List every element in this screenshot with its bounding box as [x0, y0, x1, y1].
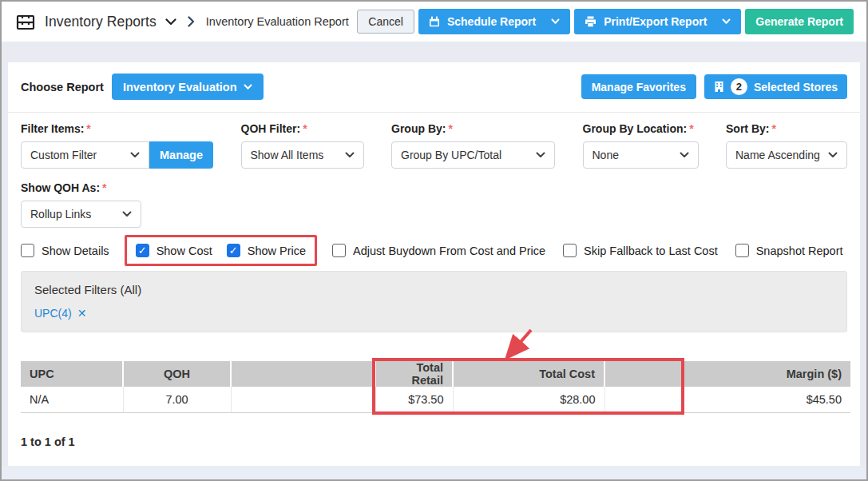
checkbox-icon — [563, 244, 577, 257]
store-building-icon — [714, 81, 724, 93]
results-table: UPC QOH Total Retail Total Cost Margin (… — [21, 361, 850, 413]
adjust-buydown-label: Adjust Buydown From Cost and Price — [353, 244, 545, 257]
schedule-report-button[interactable]: Schedule Report — [418, 9, 570, 34]
checkbox-icon — [332, 244, 346, 257]
chevron-down-icon — [536, 152, 545, 158]
breadcrumb: Inventory Reports Inventory Evaluation R… — [16, 14, 349, 30]
group-by-location-label: Group By Location: — [583, 122, 688, 135]
show-qoh-as-value: Rollup Links — [30, 208, 91, 221]
column-header-total-cost: Total Cost — [453, 361, 604, 387]
cell-upc: N/A — [21, 387, 123, 412]
qoh-filter-label: QOH Filter: — [241, 122, 301, 135]
cell-spacer — [604, 387, 683, 412]
show-details-checkbox[interactable]: Show Details — [21, 244, 109, 257]
remove-filter-icon[interactable]: ✕ — [77, 307, 87, 320]
filter-items-value: Custom Filter — [30, 149, 97, 161]
cell-total-cost: $28.00 — [453, 387, 604, 412]
sort-by-group: Sort By:* Name Ascending — [726, 122, 847, 169]
top-header-bar: Inventory Reports Inventory Evaluation R… — [2, 2, 866, 42]
header-actions: Cancel Schedule Report Print/Export Repo… — [357, 9, 854, 34]
chevron-down-icon — [244, 84, 252, 90]
chevron-down-icon — [345, 152, 355, 158]
chevron-down-icon[interactable] — [551, 18, 560, 25]
column-header-upc: UPC — [21, 361, 123, 387]
generate-report-button[interactable]: Generate Report — [745, 9, 854, 34]
adjust-buydown-checkbox[interactable]: Adjust Buydown From Cost and Price — [332, 244, 545, 257]
qoh-filter-group: QOH Filter:* Show All Items — [241, 122, 364, 169]
chevron-down-icon — [680, 152, 689, 158]
required-asterisk: * — [689, 122, 693, 135]
skip-fallback-label: Skip Fallback to Last Cost — [584, 244, 718, 257]
upc-filter-chip-link[interactable]: UPC(4) — [34, 307, 72, 320]
show-price-checkbox[interactable]: Show Price — [227, 244, 306, 257]
section-divider — [8, 112, 860, 113]
show-cost-label: Show Cost — [157, 244, 212, 257]
required-asterisk: * — [102, 181, 106, 194]
header-separator-strip — [2, 42, 866, 62]
required-asterisk: * — [303, 122, 307, 135]
selected-stores-button[interactable]: 2 Selected Stores — [704, 74, 847, 99]
calendar-icon — [429, 16, 440, 27]
checkbox-icon — [21, 244, 34, 257]
cell-total-retail: $73.50 — [375, 387, 453, 412]
snapshot-report-checkbox[interactable]: Snapshot Report — [735, 244, 843, 257]
selected-filters-title: Selected Filters (All) — [34, 283, 834, 296]
group-by-location-value: None — [593, 149, 619, 161]
filter-controls-row: Filter Items:* Custom Filter Manage QOH … — [21, 122, 847, 169]
choose-report-row: Choose Report Inventory Evaluation Manag… — [21, 74, 847, 100]
checkbox-checked-icon — [136, 244, 149, 257]
print-export-report-label: Print/Export Report — [604, 15, 707, 28]
chevron-down-icon — [130, 152, 140, 158]
qoh-filter-value: Show All Items — [251, 149, 324, 161]
show-qoh-as-select[interactable]: Rollup Links — [21, 201, 141, 228]
column-header-spacer — [231, 361, 375, 387]
table-header-row: UPC QOH Total Retail Total Cost Margin (… — [21, 361, 850, 387]
chevron-right-icon — [188, 16, 195, 27]
column-header-margin: Margin ($) — [683, 361, 850, 387]
selected-stores-count-badge: 2 — [731, 78, 747, 95]
group-by-group: Group By:* Group By UPC/Total — [391, 122, 555, 169]
annotation-box-cost-price: Show Cost Show Price — [125, 235, 317, 266]
report-type-dropdown[interactable]: Inventory Evaluation — [112, 74, 264, 100]
column-header-spacer — [604, 361, 683, 387]
sort-by-select[interactable]: Name Ascending — [726, 141, 847, 169]
checkbox-icon — [735, 244, 749, 257]
group-by-label: Group By: — [391, 122, 446, 135]
selected-stores-label: Selected Stores — [754, 81, 838, 93]
cell-margin: $45.50 — [683, 387, 850, 412]
cell-qoh: 7.00 — [123, 387, 231, 412]
column-header-qoh: QOH — [123, 361, 231, 387]
column-header-total-retail: Total Retail — [375, 361, 453, 387]
breadcrumb-current: Inventory Evaluation Report — [206, 15, 349, 28]
filter-items-select[interactable]: Custom Filter — [21, 141, 149, 169]
app-window: Inventory Reports Inventory Evaluation R… — [0, 0, 868, 481]
show-price-label: Show Price — [248, 244, 306, 257]
manage-filter-button[interactable]: Manage — [149, 141, 213, 169]
chevron-down-icon[interactable] — [165, 18, 176, 26]
group-by-location-select[interactable]: None — [583, 141, 699, 169]
group-by-select[interactable]: Group By UPC/Total — [391, 141, 555, 169]
manage-favorites-button[interactable]: Manage Favorites — [581, 74, 696, 99]
cancel-button[interactable]: Cancel — [357, 10, 414, 34]
annotation-arrow-icon — [488, 328, 545, 363]
filter-chip: UPC(4) ✕ — [34, 307, 834, 320]
report-type-value: Inventory Evaluation — [123, 81, 237, 93]
sort-by-value: Name Ascending — [735, 149, 820, 161]
required-asterisk: * — [771, 122, 775, 135]
group-by-value: Group By UPC/Total — [401, 149, 501, 161]
required-asterisk: * — [86, 122, 90, 135]
choose-report-label: Choose Report — [21, 81, 104, 93]
show-qoh-as-group: Show QOH As:* Rollup Links — [21, 181, 847, 228]
chevron-down-icon[interactable] — [722, 18, 731, 25]
print-export-report-button[interactable]: Print/Export Report — [574, 9, 741, 34]
chevron-down-icon — [828, 152, 838, 158]
group-by-location-group: Group By Location:* None — [583, 122, 699, 169]
show-cost-checkbox[interactable]: Show Cost — [136, 244, 212, 257]
required-asterisk: * — [448, 122, 452, 135]
skip-fallback-checkbox[interactable]: Skip Fallback to Last Cost — [563, 244, 718, 257]
bottom-strip — [2, 466, 866, 479]
report-options-row: Show Details Show Cost Show Price Adjust… — [21, 244, 847, 257]
page-title: Inventory Reports — [45, 14, 157, 30]
pagination-summary: 1 to 1 of 1 — [21, 435, 847, 448]
qoh-filter-select[interactable]: Show All Items — [241, 141, 364, 169]
